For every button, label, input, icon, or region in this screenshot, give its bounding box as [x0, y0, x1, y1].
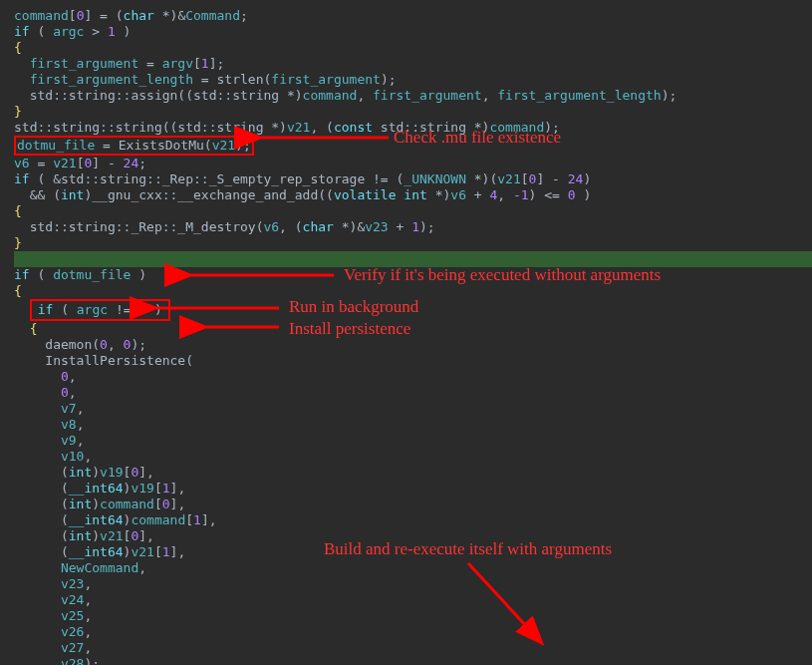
code-line: v25,	[14, 608, 812, 624]
code-line: daemon(0, 0);	[14, 337, 812, 353]
code-line: if ( dotmu_file )	[14, 267, 812, 283]
decompiled-code-view: command[0] = (char *)&Command; if ( argc…	[0, 0, 812, 665]
code-line: std::string::string((std::string *)v21, …	[14, 120, 812, 136]
code-line: std::string::_Rep::_M_destroy(v6, (char …	[14, 219, 812, 235]
code-line: if ( argc != 3 )	[14, 299, 812, 321]
code-line: v27,	[14, 640, 812, 656]
code-line: first_argument = argv[1];	[14, 56, 812, 72]
code-line: v23,	[14, 576, 812, 592]
code-line: first_argument_length = strlen(first_arg…	[14, 72, 812, 88]
code-line: v26,	[14, 624, 812, 640]
code-line: {	[14, 321, 812, 337]
code-line: 0,	[14, 385, 812, 401]
code-line: }	[14, 235, 812, 251]
code-line: (int)v21[0],	[14, 528, 812, 544]
code-line: std::string::assign((std::string *)comma…	[14, 88, 812, 104]
code-line: (__int64)v21[1],	[14, 544, 812, 560]
code-line: {	[14, 40, 812, 56]
code-line: InstallPersistence(	[14, 353, 812, 369]
code-line: && (int)__gnu_cxx::__exchange_and_add((v…	[14, 187, 812, 203]
code-line: if ( argc > 1 )	[14, 24, 812, 40]
code-line: }	[14, 104, 812, 120]
code-line: (int)command[0],	[14, 497, 812, 512]
code-line: (int)v19[0],	[14, 465, 812, 481]
code-line: (__int64)command[1],	[14, 512, 812, 528]
code-line: {	[14, 203, 812, 219]
code-line: v8,	[14, 417, 812, 433]
code-line: v28);	[14, 656, 812, 665]
code-line: v10,	[14, 449, 812, 465]
code-line: v7,	[14, 401, 812, 417]
code-line: if ( &std::string::_Rep::_S_empty_rep_st…	[14, 171, 812, 187]
code-line: v24,	[14, 592, 812, 608]
highlighted-line	[14, 251, 812, 267]
code-line: 0,	[14, 369, 812, 385]
code-line: v6 = v21[0] - 24;	[14, 156, 812, 171]
code-line: dotmu_file = ExistsDotMu(v21);	[14, 136, 812, 156]
code-line: command[0] = (char *)&Command;	[14, 8, 812, 24]
code-line: v9,	[14, 433, 812, 449]
code-line: (__int64)v19[1],	[14, 481, 812, 497]
code-line: {	[14, 283, 812, 299]
code-line: NewCommand,	[14, 560, 812, 576]
